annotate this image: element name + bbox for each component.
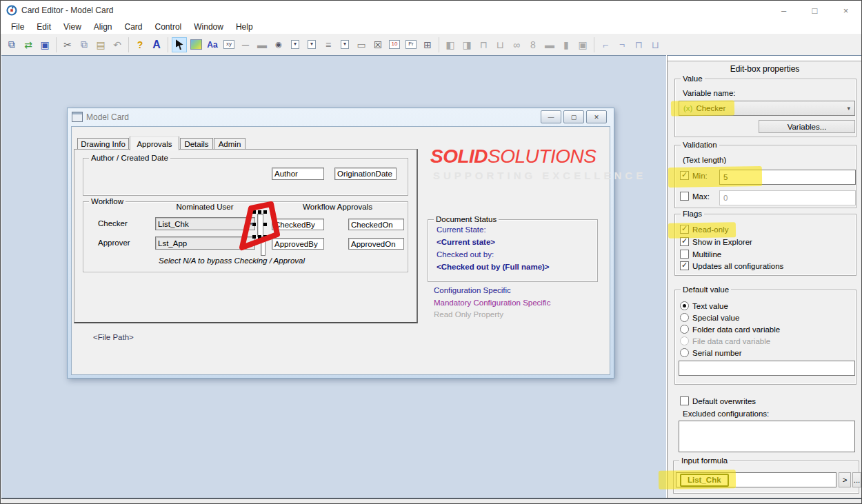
menu-card[interactable]: Card [119,21,149,33]
checkedon-field[interactable]: CheckedOn [348,219,404,230]
menu-help[interactable]: Help [230,21,259,33]
formula-browse-button[interactable]: ... [852,472,861,487]
variable-name-combo[interactable]: (x) Checker ▾ [679,101,855,116]
paste-icon[interactable]: ▤ [93,37,108,52]
input-formula-label: Input formula [679,456,730,465]
multiline-checkbox[interactable] [680,250,689,259]
menu-align[interactable]: Align [88,21,119,33]
radio-button-icon[interactable]: ◉ [271,37,286,52]
checker-combo[interactable]: List_Chk ▾ [155,217,255,230]
import-export-icon[interactable]: ⇄ [21,37,36,52]
align-bottoms-icon[interactable]: ⊔ [492,37,508,52]
dialog-icon [72,112,83,122]
edit-box-icon[interactable]: ▬ [254,37,270,52]
align-rights-icon[interactable]: ◨ [459,37,474,52]
combo-edit-icon[interactable]: ▾ [337,37,352,52]
combobox-icon[interactable]: ▾ [288,37,303,52]
dialog-maximize-button[interactable]: ▢ [563,110,584,123]
show-in-explorer-checkbox[interactable] [680,237,689,246]
max-input[interactable]: 0 [719,190,856,205]
frame-control-icon[interactable]: Fr [403,37,419,52]
image-control-icon[interactable] [188,37,203,52]
origination-date-field[interactable]: OriginationDate [334,168,397,180]
card-tree-icon[interactable]: ⊞ [420,37,435,52]
date-field-icon[interactable]: 10 [387,37,402,52]
close-button[interactable]: × [830,1,861,20]
tab-order-left-icon[interactable]: ⌐ [598,37,613,52]
dialog-client-area: Drawing Info Approvals Details Admin Aut… [71,126,610,375]
excluded-configurations-label: Excluded configurations: [683,410,769,418]
tab-admin[interactable]: Admin [214,138,245,150]
selection-handle[interactable] [252,210,256,214]
same-width-icon[interactable]: ▬ [542,37,557,52]
dialog-minimize-button[interactable]: — [541,110,561,123]
updates-all-configs-checkbox[interactable] [680,261,689,270]
font-icon[interactable]: A [149,37,164,52]
dialog-title-bar[interactable]: Model Card — ▢ ✕ [68,108,614,125]
selection-handle[interactable] [258,210,261,214]
tab-control-icon[interactable]: ▭ [354,37,369,52]
same-height-icon[interactable]: ▮ [559,37,574,52]
input-formula-field[interactable]: List_Chk [676,472,836,487]
max-checkbox[interactable] [680,192,689,201]
approver-narrow-editbox[interactable] [261,238,265,256]
save-icon[interactable]: ▣ [37,37,52,52]
align-lefts-icon[interactable]: ◧ [443,37,458,52]
default-text-value-input[interactable] [679,361,855,376]
dialog-close-button[interactable]: ✕ [586,110,607,123]
menu-edit[interactable]: Edit [30,21,57,33]
serial-number-radio[interactable] [680,348,689,357]
approvedon-field[interactable]: ApprovedOn [348,238,404,250]
droplist-icon[interactable]: ▾ [304,37,319,52]
selection-handle[interactable] [263,223,267,226]
new-icon[interactable]: ⧉ [4,37,19,52]
selection-handle[interactable] [258,235,261,239]
space-evenly-across-icon[interactable]: ∞ [509,37,524,52]
frame-xy-icon[interactable]: xy [221,37,237,52]
tab-approvals[interactable]: Approvals [130,136,179,150]
checkedby-field[interactable]: CheckedBy [272,219,324,230]
min-checkbox[interactable] [680,171,689,180]
select-tool-icon[interactable] [172,37,187,52]
default-overwrites-checkbox[interactable] [680,396,689,405]
selection-handle[interactable] [252,235,256,239]
menu-view[interactable]: View [57,21,88,33]
cut-icon[interactable]: ✂ [60,37,75,52]
selection-handle[interactable] [263,210,267,214]
menu-window[interactable]: Window [188,21,230,33]
menu-file[interactable]: File [5,21,30,33]
checkbox-control-icon[interactable]: ☒ [370,37,385,52]
minimize-button[interactable]: – [768,1,799,20]
space-evenly-down-icon[interactable]: 8 [525,37,541,52]
checker-selected-editbox[interactable] [257,214,263,237]
approver-combo[interactable]: Lst_App [155,236,255,250]
same-size-icon[interactable]: ▣ [575,37,590,52]
formula-expand-button[interactable]: > [839,472,851,487]
copy-icon[interactable]: ⧉ [77,37,92,52]
tab-drawing-info[interactable]: Drawing Info [77,138,129,150]
tab-order-bottom-icon[interactable]: ⊔ [648,37,663,52]
formula-token-list-chk[interactable]: List_Chk [680,474,729,487]
maximize-button[interactable]: □ [799,1,830,20]
align-tops-icon[interactable]: ⊓ [476,37,491,52]
tab-details[interactable]: Details [180,138,213,150]
undo-icon[interactable]: ↶ [110,37,125,52]
selection-handle[interactable] [252,223,256,226]
static-text-icon[interactable]: Aa [205,37,220,52]
selection-handle[interactable] [263,235,267,239]
approvedby-field[interactable]: ApprovedBy [272,238,324,250]
tab-order-top-icon[interactable]: ⊓ [631,37,646,52]
button-control-icon[interactable]: ─ [238,37,253,52]
tab-order-right-icon[interactable]: ¬ [614,37,630,52]
read-only-checkbox[interactable] [680,225,689,234]
help-icon[interactable]: ? [132,37,148,52]
excluded-configurations-box[interactable] [679,421,855,452]
menu-control[interactable]: Control [149,21,188,33]
author-field[interactable]: Author [272,168,324,180]
list-control-icon[interactable]: ≡ [321,37,336,52]
special-value-radio[interactable] [680,313,689,322]
variables-button[interactable]: Variables... [759,120,855,133]
text-value-radio[interactable] [680,301,689,310]
folder-data-card-radio[interactable] [680,325,689,334]
min-input[interactable]: 5 [719,170,856,185]
